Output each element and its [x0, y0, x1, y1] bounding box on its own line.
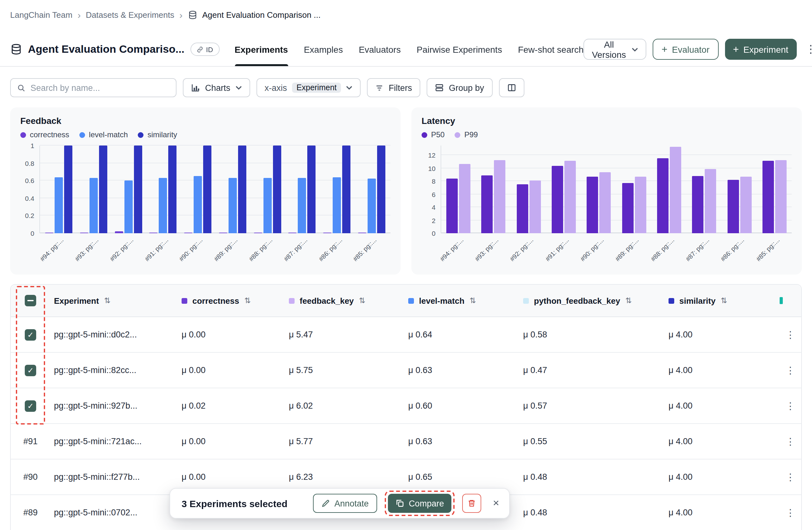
page-header: Agent Evaluation Compariso... ID Experim… — [0, 32, 812, 67]
sort-icon[interactable]: ⇅ — [104, 296, 111, 305]
select-all-checkbox[interactable] — [25, 295, 36, 306]
x-axis-label: #90: pg::... — [178, 236, 204, 263]
check-icon: ✓ — [27, 331, 34, 338]
sort-icon[interactable]: ⇅ — [244, 296, 250, 305]
cell-similarity: μ 4.00 — [665, 508, 774, 517]
charts-button[interactable]: Charts — [183, 78, 250, 97]
cell-similarity: μ 4.00 — [665, 365, 774, 375]
bar-correctness — [149, 232, 158, 233]
sort-icon[interactable]: ⇅ — [469, 296, 476, 305]
delete-button[interactable] — [463, 494, 481, 513]
table-row[interactable]: ✓pg::gpt-5-mini::82cc...μ 0.00μ 5.75μ 0.… — [11, 353, 801, 388]
legend-color-dot — [79, 132, 85, 138]
bar-correctness — [45, 232, 53, 233]
cell-feedback-key: μ 5.75 — [285, 365, 404, 375]
versions-dropdown[interactable]: All Versions — [584, 39, 646, 60]
id-badge[interactable]: ID — [190, 43, 219, 56]
bar-correctness — [323, 232, 331, 233]
tab-evaluators[interactable]: Evaluators — [359, 32, 401, 66]
legend-label: similarity — [148, 130, 177, 139]
breadcrumb-team[interactable]: LangChain Team — [10, 10, 72, 20]
bar-p50 — [481, 176, 493, 233]
sort-icon[interactable]: ⇅ — [721, 296, 727, 305]
cell-experiment[interactable]: pg::gpt-5-mini::0702... — [50, 508, 178, 517]
legend-item-level-match[interactable]: level-match — [79, 130, 128, 139]
bar-level-match — [333, 177, 341, 233]
breadcrumb-datasets-experiments[interactable]: Datasets & Experiments — [86, 10, 174, 20]
legend-item-p50[interactable]: P50 — [422, 130, 445, 139]
row-menu-button[interactable]: ⋮ — [774, 364, 802, 376]
y-axis-labels: 00.20.40.60.81 — [20, 145, 39, 233]
sort-icon[interactable]: ⇅ — [625, 296, 632, 305]
bar-p50 — [587, 177, 598, 233]
y-axis-labels: 024681012 — [422, 145, 440, 233]
add-evaluator-button[interactable]: + Evaluator — [653, 39, 719, 60]
table-row[interactable]: #91pg::gpt-5-mini::721ac...μ 0.00μ 5.77μ… — [11, 424, 801, 459]
tab-pairwise-experiments[interactable]: Pairwise Experiments — [417, 32, 502, 66]
tab-bar: ExperimentsExamplesEvaluatorsPairwise Ex… — [235, 32, 584, 66]
bar-p99 — [705, 169, 716, 233]
row-index-cell: #89 — [11, 508, 50, 517]
bar-group: #91: pg::... — [149, 145, 177, 233]
tab-examples[interactable]: Examples — [304, 32, 343, 66]
group-by-button[interactable]: Group by — [426, 78, 492, 97]
column-header-feedback-key: feedback_key⇅ — [285, 296, 404, 305]
table-row[interactable]: ✓pg::gpt-5-mini::927b...μ 0.02μ 6.02μ 0.… — [11, 388, 801, 424]
columns-button[interactable] — [499, 78, 524, 97]
legend-item-correctness[interactable]: correctness — [20, 130, 69, 139]
row-menu-button[interactable]: ⋮ — [774, 507, 802, 518]
bar-similarity — [203, 145, 212, 233]
bar-p99 — [529, 180, 540, 233]
bar-group: #94: pg::... — [446, 145, 470, 233]
table-row[interactable]: ✓pg::gpt-5-mini::d0c2...μ 0.00μ 5.47μ 0.… — [11, 317, 801, 353]
row-menu-button[interactable]: ⋮ — [774, 471, 802, 483]
app-root: LangChain Team › Datasets & Experiments … — [0, 0, 812, 530]
legend-item-p99[interactable]: P99 — [455, 130, 478, 139]
column-header-level-match: level-match⇅ — [404, 296, 519, 305]
x-axis-label: #91: pg::... — [143, 236, 169, 263]
dataset-icon — [188, 10, 197, 20]
add-experiment-button[interactable]: + Experiment — [725, 39, 796, 60]
compare-button[interactable]: Compare — [388, 494, 452, 513]
cell-feedback-key: μ 6.23 — [285, 472, 404, 482]
close-selection-button[interactable]: × — [489, 497, 503, 510]
x-axis-dropdown[interactable]: x-axis Experiment — [257, 78, 361, 97]
filters-button[interactable]: Filters — [367, 78, 421, 97]
row-checkbox[interactable]: ✓ — [25, 400, 36, 412]
chart-title: Latency — [422, 116, 792, 126]
plus-icon: + — [662, 44, 668, 54]
legend-item-similarity[interactable]: similarity — [138, 130, 177, 139]
row-checkbox[interactable]: ✓ — [25, 329, 36, 340]
more-options-button[interactable]: ⋮ — [803, 43, 812, 56]
add-evaluator-label: Evaluator — [672, 44, 709, 54]
tab-few-shot-search[interactable]: Few-shot search — [518, 32, 584, 66]
charts-row: Feedback correctnesslevel-matchsimilarit… — [0, 107, 812, 275]
bar-group: #85: pg::... — [358, 145, 386, 233]
row-checkbox[interactable]: ✓ — [25, 364, 36, 376]
column-header-label: correctness — [192, 296, 239, 305]
cell-experiment[interactable]: pg::gpt-5-mini::d0c2... — [50, 330, 178, 339]
id-badge-label: ID — [206, 45, 213, 53]
y-axis-tick: 12 — [428, 152, 436, 158]
search-input[interactable] — [30, 83, 170, 93]
plot-area: #94: pg::...#93: pg::...#92: pg::...#91:… — [440, 145, 792, 233]
bar-level-match — [229, 178, 237, 233]
sort-icon[interactable]: ⇅ — [359, 296, 365, 305]
cell-python-feedback-key: μ 0.48 — [519, 508, 665, 517]
row-checkbox-cell: ✓ — [11, 364, 50, 376]
bar-group: #92: pg::... — [517, 145, 540, 233]
annotate-button[interactable]: Annotate — [313, 494, 377, 513]
row-menu-button[interactable]: ⋮ — [774, 329, 802, 340]
search-box[interactable] — [10, 78, 176, 97]
cell-experiment[interactable]: pg::gpt-5-mini::721ac... — [50, 436, 178, 446]
metric-color-dot — [182, 298, 187, 304]
y-axis-tick: 10 — [428, 165, 436, 171]
row-menu-button[interactable]: ⋮ — [774, 436, 802, 447]
bar-group: #88: pg::... — [657, 145, 681, 233]
cell-experiment[interactable]: pg::gpt-5-mini::927b... — [50, 401, 178, 410]
cell-experiment[interactable]: pg::gpt-5-mini::82cc... — [50, 365, 178, 375]
tab-experiments[interactable]: Experiments — [235, 32, 288, 66]
cell-experiment[interactable]: pg::gpt-5-mini::f277b... — [50, 472, 178, 482]
row-menu-button[interactable]: ⋮ — [774, 400, 802, 412]
search-icon — [17, 84, 25, 92]
